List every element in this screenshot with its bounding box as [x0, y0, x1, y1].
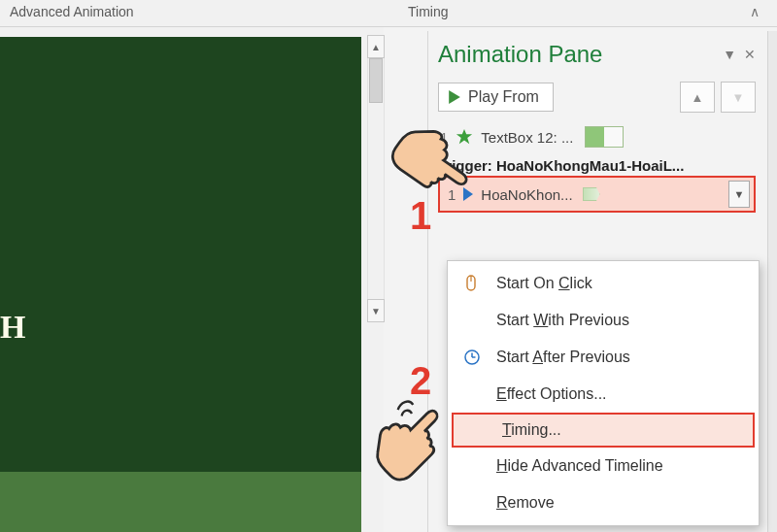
- close-pane-icon[interactable]: ✕: [744, 47, 756, 62]
- svg-marker-0: [449, 90, 460, 104]
- ribbon-group-labels: Advanced Animation Timing ∧: [0, 0, 777, 27]
- slide-canvas[interactable]: H: [0, 37, 361, 532]
- slide-editing-area: H ▲ ▼: [0, 27, 384, 532]
- menu-start-with-previous[interactable]: Start With Previous: [448, 302, 759, 339]
- menu-label: Start With Previous: [496, 312, 629, 329]
- animation-context-menu: Start On Click Start With Previous Start…: [447, 260, 760, 526]
- pane-scrollbar[interactable]: [767, 31, 777, 532]
- menu-start-on-click[interactable]: Start On Click: [448, 265, 759, 302]
- scroll-track[interactable]: [367, 58, 385, 299]
- collapse-ribbon-icon[interactable]: ∧: [750, 4, 760, 19]
- reorder-up-button[interactable]: ▲: [680, 82, 715, 113]
- ribbon-group-timing: Timing: [408, 4, 449, 19]
- trigger-item-label: HoaNoKhon...: [481, 186, 572, 203]
- play-icon: [449, 90, 460, 104]
- menu-timing[interactable]: Timing...: [452, 413, 755, 448]
- pointer-hand-icon: [390, 118, 480, 208]
- animation-pane-title: Animation Pane: [438, 41, 602, 68]
- clock-icon: [459, 349, 485, 366]
- scroll-up-button[interactable]: ▲: [367, 35, 385, 58]
- scroll-down-button[interactable]: ▼: [367, 299, 385, 322]
- menu-label: Timing...: [502, 421, 561, 439]
- slide-vertical-scrollbar[interactable]: ▲ ▼: [367, 35, 385, 322]
- menu-hide-advanced-timeline[interactable]: Hide Advanced Timeline: [448, 448, 759, 484]
- menu-remove[interactable]: Remove: [448, 484, 759, 521]
- play-from-label: Play From: [468, 88, 539, 106]
- play-from-button[interactable]: Play From: [438, 83, 554, 112]
- menu-effect-options[interactable]: Effect Options...: [448, 376, 759, 413]
- timeline-chip[interactable]: [585, 126, 624, 148]
- animation-item-1[interactable]: 1 TextBox 12: ...: [440, 126, 758, 148]
- menu-label: Hide Advanced Timeline: [496, 457, 663, 475]
- slide-textbox[interactable]: H: [0, 309, 58, 346]
- pane-options-icon[interactable]: ▼: [723, 47, 736, 62]
- animation-item-label: TextBox 12: ...: [481, 129, 573, 146]
- menu-label: Start After Previous: [496, 349, 630, 366]
- ribbon-group-advanced-animation: Advanced Animation: [10, 4, 134, 19]
- trigger-item-dropdown[interactable]: ▼: [728, 181, 750, 208]
- menu-start-after-previous[interactable]: Start After Previous: [448, 339, 759, 376]
- trigger-animation-item[interactable]: 1 HoaNoKhon... ▼: [438, 176, 756, 213]
- menu-label: Start On Click: [496, 275, 592, 292]
- trigger-timeline-chip: [583, 187, 600, 201]
- trigger-header: Trigger: HoaNoKhongMau1-HoaiL...: [438, 157, 758, 174]
- menu-label: Effect Options...: [496, 385, 607, 403]
- mouse-click-icon: [459, 275, 485, 292]
- pointer-hand-icon: [367, 394, 456, 483]
- menu-label: Remove: [496, 494, 555, 512]
- reorder-down-button[interactable]: ▼: [721, 82, 756, 113]
- scroll-thumb[interactable]: [369, 58, 383, 103]
